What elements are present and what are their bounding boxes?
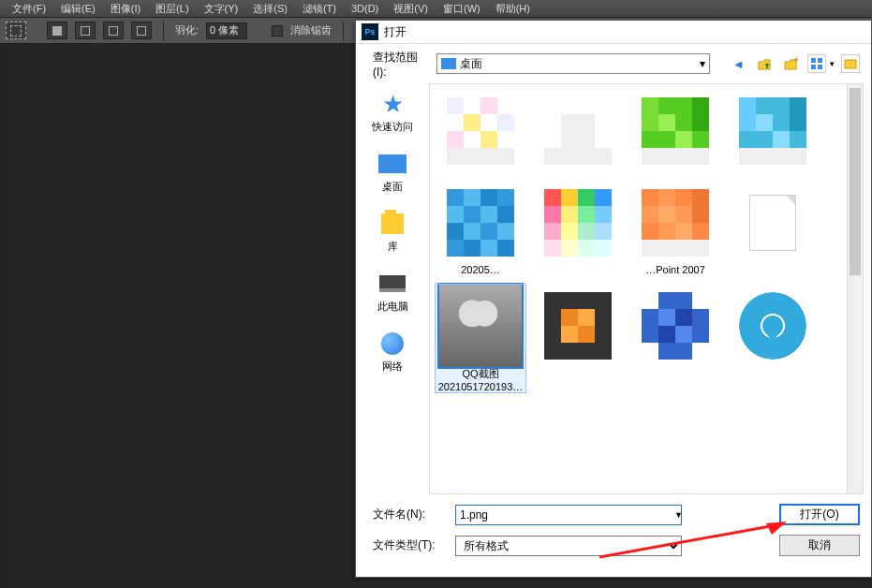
place-library[interactable]: 库 [377,211,408,254]
file-item[interactable] [728,285,818,392]
cancel-button[interactable]: 取消 [779,535,860,556]
back-icon[interactable]: ◄ [729,54,747,73]
up-one-level-icon[interactable] [755,54,774,73]
filetype-label: 文件类型(T): [373,537,446,553]
globe-icon [377,331,408,357]
svg-rect-5 [845,60,856,68]
file-item[interactable]: 20205… [436,182,525,275]
scrollbar[interactable] [847,84,863,493]
selection-intersect-icon[interactable] [131,22,152,39]
file-item[interactable] [533,90,623,172]
svg-rect-3 [811,65,816,69]
place-this-pc[interactable]: 此电脑 [377,271,408,314]
file-item[interactable] [630,90,720,172]
menu-view[interactable]: 视图(V) [387,1,435,17]
feather-label: 羽化: [175,23,199,37]
filename-label: 文件名(N): [373,507,446,522]
selection-new-icon[interactable] [47,22,67,39]
photoshop-icon: Ps [362,23,378,40]
new-folder-icon[interactable]: ✳ [781,54,800,73]
file-item[interactable] [728,182,818,275]
menu-3d[interactable]: 3D(D) [345,2,385,15]
lookin-combo[interactable]: 桌面 ▾ [436,53,710,74]
menu-edit[interactable]: 编辑(E) [54,1,102,17]
place-quick-access[interactable]: ★ 快速访问 [372,91,413,134]
menu-help[interactable]: 帮助(H) [489,1,537,17]
menu-type[interactable]: 文字(Y) [198,1,245,17]
menu-window[interactable]: 窗口(W) [436,1,487,17]
place-desktop[interactable]: 桌面 [377,151,408,194]
svg-text:✳: ✳ [793,56,798,65]
file-pane[interactable]: 20205… …Point 2007 QQ截图2021051720193… [429,83,864,494]
menu-file[interactable]: 文件(F) [6,1,52,17]
place-network[interactable]: 网络 [377,331,408,374]
menu-image[interactable]: 图像(I) [104,1,147,17]
open-dialog: Ps 打开 查找范围(I): 桌面 ▾ ◄ ✳ ▼ ★ 快速访问 [355,20,872,578]
lookin-label: 查找范围(I): [373,50,431,79]
dialog-title: 打开 [384,24,406,40]
file-item[interactable] [728,90,818,172]
selection-add-icon[interactable] [75,22,96,39]
library-icon [377,211,408,237]
menu-filter[interactable]: 滤镜(T) [296,1,343,17]
selection-subtract-icon[interactable] [103,22,124,39]
file-item[interactable] [630,285,720,392]
chevron-down-icon[interactable]: ▼ [674,510,683,520]
file-item[interactable] [436,90,525,172]
places-sidebar: ★ 快速访问 桌面 库 此电脑 网络 [356,83,429,494]
lookin-value: 桌面 [460,56,482,72]
menu-select[interactable]: 选择(S) [246,1,294,17]
extra-toolbtn[interactable] [841,54,860,73]
file-item[interactable] [533,285,623,392]
antialias-label: 消除锯齿 [290,23,332,37]
view-mode-icon[interactable] [807,54,826,73]
file-item-selected[interactable]: QQ截图2021051720193… [436,285,525,392]
file-item[interactable] [533,182,623,275]
filetype-combo[interactable]: 所有格式 [455,536,682,556]
dialog-footer: 文件名(N): ▼ 打开(O) 文件类型(T): 所有格式 取消 [356,494,871,577]
open-button[interactable]: 打开(O) [779,504,860,525]
chevron-down-icon: ▾ [700,57,705,70]
dialog-titlebar: Ps 打开 [356,21,871,44]
lookin-row: 查找范围(I): 桌面 ▾ ◄ ✳ ▼ [356,44,871,83]
file-item[interactable]: …Point 2007 [630,182,720,275]
svg-rect-4 [818,65,822,69]
marquee-tool-swatch[interactable] [6,22,26,39]
feather-input[interactable] [206,22,247,39]
desktop-icon [441,58,456,69]
filename-input[interactable] [455,505,682,525]
view-mode-chevron-icon[interactable]: ▼ [828,60,835,68]
menu-bar: 文件(F) 编辑(E) 图像(I) 图层(L) 文字(Y) 选择(S) 滤镜(T… [0,0,872,18]
desktop-icon [377,151,408,177]
svg-rect-2 [818,58,822,63]
menu-layer[interactable]: 图层(L) [149,1,195,17]
left-gutter [0,44,13,588]
antialias-checkbox[interactable] [272,25,283,37]
monitor-icon [377,271,408,297]
svg-rect-1 [811,58,816,63]
star-icon: ★ [377,91,408,117]
